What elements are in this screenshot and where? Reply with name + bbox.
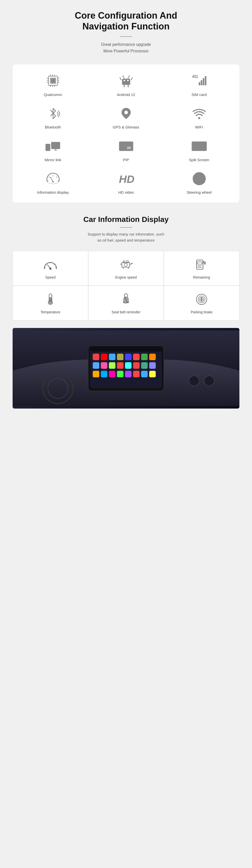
- svg-point-21: [123, 75, 124, 76]
- feature-mirror: Mirror link: [18, 137, 88, 162]
- split-icon: [189, 137, 209, 155]
- svg-rect-27: [198, 82, 200, 85]
- hd-label: HD video: [118, 190, 134, 195]
- svg-point-86: [124, 294, 128, 297]
- info-remaining: Remaining: [164, 251, 239, 285]
- feature-wifi: WIFI: [164, 104, 234, 130]
- temperature-label: Temperature: [40, 310, 61, 314]
- svg-line-51: [49, 177, 50, 178]
- seatbelt-icon: [117, 292, 135, 307]
- svg-text:4G: 4G: [192, 74, 198, 79]
- feature-steering: Steering wheel: [164, 170, 234, 195]
- info-grid: Speed Engine speed: [12, 251, 240, 320]
- subtitle: Great performance upgrade More Powerful …: [5, 41, 247, 54]
- svg-text:HD: HD: [119, 173, 134, 185]
- svg-line-19: [131, 78, 132, 80]
- svg-rect-98: [101, 354, 107, 360]
- svg-rect-101: [125, 354, 131, 360]
- info-seatbelt: Seat belt reminder: [89, 286, 163, 320]
- svg-line-22: [128, 76, 129, 79]
- svg-rect-96: [90, 348, 162, 352]
- header-section: Core Configuration And Navigation Functi…: [0, 0, 252, 59]
- svg-point-17: [127, 80, 128, 81]
- svg-line-48: [48, 181, 49, 182]
- wifi-icon: [189, 104, 209, 122]
- svg-point-124: [204, 376, 214, 386]
- svg-line-50: [58, 181, 59, 182]
- section-subtitle: Support to display many car infomration …: [5, 231, 247, 243]
- svg-rect-74: [196, 260, 203, 269]
- svg-point-54: [52, 181, 54, 182]
- chip-icon: [43, 72, 63, 90]
- engine-label: Engine speed: [115, 275, 137, 279]
- svg-rect-112: [149, 362, 156, 369]
- svg-point-67: [50, 268, 52, 270]
- svg-rect-111: [141, 362, 148, 369]
- feature-bluetooth: Bluetooth: [18, 104, 88, 130]
- gauge-icon: [43, 170, 63, 187]
- thermometer-icon: [41, 292, 59, 307]
- svg-rect-115: [109, 371, 116, 377]
- svg-rect-104: [149, 354, 156, 360]
- svg-point-16: [124, 80, 125, 81]
- svg-point-57: [197, 177, 201, 181]
- sim-icon: 4G: [189, 72, 209, 90]
- svg-rect-75: [197, 262, 202, 264]
- section-divider: [120, 227, 132, 228]
- svg-rect-109: [125, 362, 131, 369]
- feature-info: Information display: [18, 170, 88, 195]
- sim-label: SIM card: [191, 92, 207, 97]
- feature-qualcomm: Qualcomm: [18, 72, 88, 97]
- svg-rect-99: [109, 354, 116, 360]
- brake-icon: [193, 292, 211, 307]
- svg-rect-119: [141, 371, 148, 377]
- svg-rect-106: [101, 362, 107, 369]
- svg-rect-105: [93, 362, 99, 369]
- svg-rect-113: [93, 371, 99, 377]
- main-title: Core Configuration And Navigation Functi…: [5, 10, 247, 32]
- speedometer-icon: [41, 257, 59, 272]
- svg-rect-107: [109, 362, 116, 369]
- feature-grid: Qualcomm Android 12: [12, 64, 240, 203]
- svg-rect-15: [122, 79, 130, 85]
- info-engine: Engine speed: [89, 251, 163, 285]
- feature-sim: 4G SIM card: [164, 72, 234, 97]
- svg-rect-114: [101, 371, 107, 377]
- remaining-label: Remaining: [193, 275, 210, 279]
- android-label: Android 12: [117, 92, 135, 97]
- info-parking: Parking brake: [164, 286, 239, 320]
- wifi-label: WIFI: [195, 125, 203, 130]
- svg-point-31: [124, 111, 128, 114]
- svg-rect-33: [45, 144, 50, 151]
- pip-icon: [116, 137, 136, 155]
- parking-label: Parking brake: [191, 310, 213, 314]
- car-image-section: [12, 328, 240, 408]
- gps-icon: [116, 104, 136, 122]
- svg-point-32: [198, 117, 200, 119]
- svg-rect-110: [133, 362, 139, 369]
- svg-point-71: [124, 263, 127, 266]
- hd-icon: HD: [116, 170, 136, 187]
- steering-label: Steering wheel: [187, 190, 212, 195]
- feature-android: Android 12: [91, 72, 161, 97]
- bluetooth-icon: [43, 104, 63, 122]
- qualcomm-label: Qualcomm: [44, 92, 62, 97]
- svg-rect-100: [117, 354, 124, 360]
- svg-rect-120: [149, 371, 156, 377]
- svg-rect-97: [93, 354, 99, 360]
- pip-label: PIP: [123, 157, 129, 162]
- svg-point-23: [128, 75, 129, 76]
- info-label: Information display: [37, 190, 69, 195]
- gps-label: GPS & Glonass: [113, 125, 139, 130]
- feature-split: Split Screen: [164, 137, 234, 162]
- engine-icon: [117, 257, 135, 272]
- title-divider: [120, 36, 132, 37]
- mirror-label: Mirror link: [44, 157, 61, 162]
- svg-point-82: [49, 301, 52, 304]
- split-label: Split Screen: [189, 157, 210, 162]
- android-icon: [116, 72, 136, 90]
- info-temperature: Temperature: [13, 286, 88, 320]
- svg-rect-108: [117, 362, 124, 369]
- svg-rect-102: [133, 354, 139, 360]
- svg-rect-2: [51, 79, 55, 83]
